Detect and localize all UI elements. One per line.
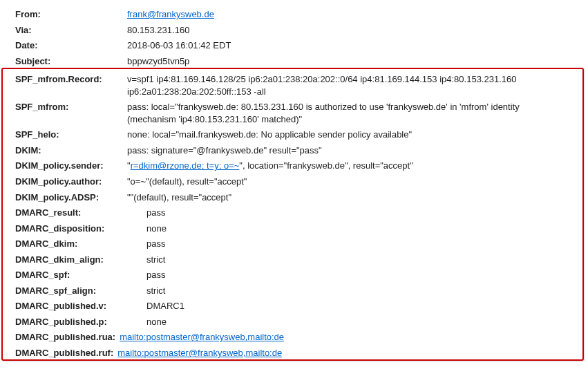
dmarc-published-v-label: DMARC_published.v: (15, 300, 146, 312)
dkim-policy-sender-label: DKIM_policy.sender: (15, 160, 127, 172)
dmarc-spf-align-label: DMARC_spf_align: (15, 285, 146, 297)
dmarc-published-p-label: DMARC_published.p: (15, 316, 146, 328)
row-dkim-policy-sender: DKIM_policy.sender: "r=dkim@rzone.de; t=… (0, 158, 588, 174)
row-from: From: frank@frankysweb.de (0, 7, 588, 23)
spf-mfrom-value: pass: local="frankysweb.de: 80.153.231.1… (127, 101, 569, 125)
dmarc-disposition-value: none (146, 223, 588, 235)
dmarc-result-label: DMARC_result: (15, 207, 146, 219)
via-value: 80.153.231.160 (127, 24, 588, 37)
row-spf-mfrom: SPF_mfrom: pass: local="frankysweb.de: 8… (0, 100, 588, 127)
spf-mfrom-record-label: SPF_mfrom.Record: (15, 73, 127, 86)
row-dmarc-published-rua: DMARC_published.rua: mailto:postmaster@f… (0, 330, 588, 346)
dmarc-dkim-label: DMARC_dkim: (15, 238, 146, 250)
dkim-policy-sender-suffix: ", location="frankysweb.de", result="acc… (239, 160, 412, 171)
dmarc-disposition-label: DMARC_disposition: (15, 223, 146, 235)
document-root: From: frank@frankysweb.de Via: 80.153.23… (0, 0, 588, 367)
dmarc-published-rua-value: mailto:postmaster@frankysweb,mailto:de (120, 331, 588, 344)
dmarc-published-ruf-link[interactable]: mailto:postmaster@frankysweb,mailto:de (117, 348, 282, 358)
row-dmarc-dkim: DMARC_dkim: pass (0, 236, 588, 252)
from-value: frank@frankysweb.de (127, 8, 588, 21)
row-dmarc-spf-align: DMARC_spf_align: strict (0, 283, 588, 299)
dmarc-published-p-value: none (146, 316, 588, 328)
dmarc-published-rua-label: DMARC_published.rua: (15, 331, 120, 344)
date-label: Date: (15, 39, 127, 52)
dkim-label: DKIM: (15, 144, 127, 157)
dmarc-dkim-align-value: strict (146, 254, 588, 266)
spf-helo-label: SPF_helo: (15, 129, 127, 141)
row-dmarc-result: DMARC_result: pass (0, 205, 588, 221)
dmarc-result-value: pass (146, 207, 588, 219)
dkim-value: pass: signature="@frankysweb.de" result=… (127, 144, 588, 157)
row-spf-helo: SPF_helo: none: local="mail.frankysweb.d… (0, 127, 588, 143)
row-dkim-policy-author: DKIM_policy.author: "o=~"(default), resu… (0, 174, 588, 190)
subject-label: Subject: (15, 55, 127, 68)
subject-value: bppwzyd5tvn5p (127, 55, 588, 68)
row-dkim: DKIM: pass: signature="@frankysweb.de" r… (0, 143, 588, 159)
dmarc-spf-align-value: strict (146, 285, 588, 297)
from-label: From: (15, 8, 127, 21)
dmarc-published-ruf-value: mailto:postmaster@frankysweb,mailto:de (117, 347, 588, 359)
row-dmarc-spf: DMARC_spf: pass (0, 267, 588, 283)
dmarc-spf-value: pass (146, 269, 588, 281)
dmarc-dkim-value: pass (146, 238, 588, 250)
dmarc-published-rua-link[interactable]: mailto:postmaster@frankysweb,mailto:de (120, 332, 284, 342)
dmarc-published-ruf-label: DMARC_published.ruf: (15, 347, 117, 359)
from-link[interactable]: frank@frankysweb.de (127, 9, 214, 19)
via-label: Via: (15, 24, 127, 37)
row-subject: Subject: bppwzyd5tvn5p (0, 54, 588, 70)
row-date: Date: 2018-06-03 16:01:42 EDT (0, 38, 588, 54)
dmarc-published-v-value: DMARC1 (146, 300, 588, 312)
row-dkim-policy-adsp: DKIM_policy.ADSP: ""(default), result="a… (0, 190, 588, 206)
spf-helo-value: none: local="mail.frankysweb.de: No appl… (127, 129, 588, 141)
spf-mfrom-label: SPF_mfrom: (15, 101, 127, 113)
dkim-policy-sender-link[interactable]: r=dkim@rzone.de; t=y; o=~ (131, 160, 240, 171)
row-via: Via: 80.153.231.160 (0, 23, 588, 39)
row-dmarc-dkim-align: DMARC_dkim_align: strict (0, 252, 588, 268)
dkim-policy-sender-value: "r=dkim@rzone.de; t=y; o=~", location="f… (127, 160, 588, 172)
row-dmarc-disposition: DMARC_disposition: none (0, 221, 588, 237)
dkim-policy-adsp-value: ""(default), result="accept" (127, 191, 588, 204)
dmarc-dkim-align-label: DMARC_dkim_align: (15, 254, 146, 266)
row-dmarc-published-p: DMARC_published.p: none (0, 314, 588, 330)
date-value: 2018-06-03 16:01:42 EDT (127, 39, 588, 52)
dkim-policy-adsp-label: DKIM_policy.ADSP: (15, 191, 127, 204)
dmarc-spf-label: DMARC_spf: (15, 269, 146, 281)
row-spf-mfrom-record: SPF_mfrom.Record: v=spf1 ip4:81.169.146.… (0, 69, 588, 100)
dkim-policy-author-value: "o=~"(default), result="accept" (127, 176, 588, 188)
spf-mfrom-record-value: v=spf1 ip4:81.169.146.128/25 ip6:2a01:23… (127, 73, 569, 97)
dkim-policy-author-label: DKIM_policy.author: (15, 176, 127, 188)
row-dmarc-published-ruf: DMARC_published.ruf: mailto:postmaster@f… (0, 346, 588, 361)
row-dmarc-published-v: DMARC_published.v: DMARC1 (0, 299, 588, 314)
